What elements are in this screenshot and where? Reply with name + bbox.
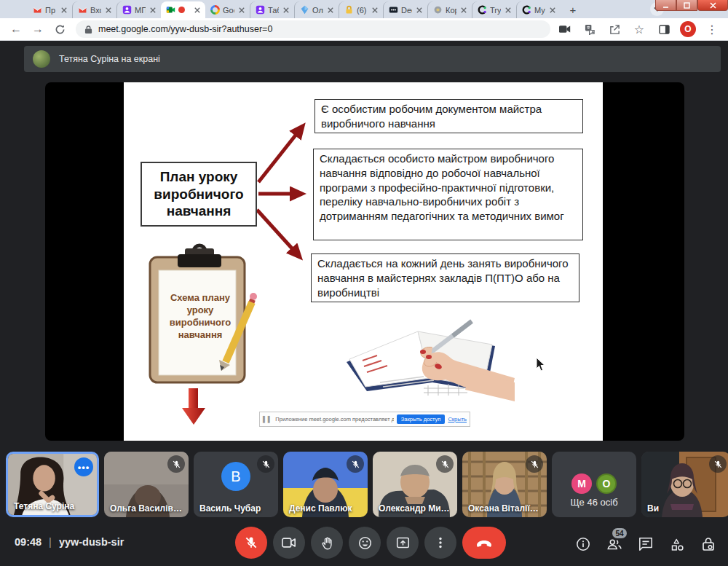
more-options-button[interactable] (424, 527, 456, 559)
activities-icon[interactable] (668, 535, 687, 554)
participant-tile-vasyl[interactable]: B Василь Чубар (194, 452, 278, 517)
participant-tile-you[interactable]: Ви (641, 452, 728, 517)
presenter-avatar (33, 50, 50, 68)
translate-icon[interactable] (581, 20, 598, 38)
participant-name: Василь Чубар (199, 503, 261, 514)
window-minimize-button[interactable] (655, 0, 676, 11)
participant-name: Ольга Василів… (110, 503, 182, 514)
tab-tabe[interactable]: Табе (250, 1, 294, 18)
tab-kor[interactable]: Кор (427, 1, 472, 18)
share-icon[interactable] (606, 20, 623, 38)
tab-close-icon[interactable] (282, 6, 290, 15)
present-screen-button[interactable] (387, 527, 419, 559)
share-notice-text: Приложение meet.google.com предоставляет… (275, 416, 393, 422)
tab-title: Вхо (90, 6, 101, 15)
participants-panel-icon[interactable]: 54 (605, 535, 624, 554)
tab-tryf[interactable]: Tryf (472, 1, 516, 18)
overflow-avatars: M O (571, 473, 617, 494)
meeting-code: yyw-dusb-sir (59, 536, 124, 548)
recording-indicator-icon (178, 7, 185, 13)
camera-button[interactable] (273, 527, 305, 559)
lesson-plan-main-box: План уроку виробничого навчання (141, 162, 257, 227)
forward-icon[interactable]: → (29, 20, 47, 38)
participant-tile-oleksandr[interactable]: Олександр Ми… (373, 452, 457, 517)
tab-google[interactable]: Goo (205, 1, 250, 18)
tab-mp[interactable]: МП (116, 1, 161, 18)
definition-box-1: Є особистим робочим документом майстра в… (314, 99, 583, 133)
hide-notice-link[interactable]: Скрыть (448, 416, 467, 422)
participant-tile-oksana[interactable]: Оксана Віталії… (462, 452, 547, 517)
dark-app-icon (389, 5, 398, 15)
reload-icon[interactable] (51, 20, 68, 38)
meet-app: Тетяна Суріна на екрані План уроку вироб… (0, 42, 728, 566)
tile-menu-button[interactable]: ••• (74, 457, 93, 476)
tab-title: (6) М (357, 6, 368, 15)
back-icon[interactable]: ← (7, 20, 25, 38)
mic-off-icon (347, 455, 364, 473)
new-tab-button[interactable]: + (565, 1, 581, 17)
gmail-icon (78, 5, 87, 15)
participant-name: Олександр Ми… (379, 503, 450, 514)
browser-menu-icon[interactable]: ⋮ (703, 20, 721, 38)
participant-tile-denys[interactable]: Денис Павлюк (283, 452, 368, 517)
window-close-button[interactable] (697, 0, 728, 11)
tab-close-icon[interactable] (459, 6, 468, 15)
clock-time: 09:48 (15, 536, 41, 548)
tab-gmail-1[interactable]: Пр (28, 1, 72, 18)
tab-close-icon[interactable] (149, 6, 157, 15)
camera-in-use-icon[interactable] (556, 20, 574, 38)
gray-app-icon (433, 5, 443, 15)
tab-close-icon[interactable] (237, 6, 246, 15)
participant-name: Денис Павлюк (289, 503, 352, 514)
reactions-button[interactable] (349, 527, 381, 559)
tab-close-icon[interactable] (326, 6, 335, 15)
participant-initial-avatar: B (221, 462, 250, 491)
participant-tile-more[interactable]: M O Ще 46 осіб (552, 452, 636, 517)
screen-share-notice: ▌▌ Приложение meet.google.com предоставл… (259, 412, 470, 427)
clipboard-caption: Схема плану уроку виробничого навчання (162, 292, 239, 342)
tab-mail6[interactable]: (6) М (339, 1, 383, 18)
tab-title: Оле (312, 6, 323, 15)
mic-off-icon (709, 455, 727, 473)
mouse-cursor (536, 358, 546, 372)
mic-off-icon (436, 455, 454, 473)
url-text: meet.google.com/yyw-dusb-sir?authuser=0 (98, 24, 272, 34)
tab-dee[interactable]: Dee (383, 1, 427, 18)
tab-close-icon[interactable] (415, 6, 424, 15)
end-call-button[interactable] (462, 527, 506, 559)
tab-meet-active[interactable] (161, 1, 205, 18)
meeting-details-icon[interactable] (574, 535, 593, 554)
raise-hand-button[interactable] (311, 527, 343, 559)
tab-close-icon[interactable] (548, 6, 557, 15)
participant-tile-tetyana[interactable]: ••• Тетяна Суріна (6, 452, 99, 517)
definition-box-3: Складається на кожний день занять виробн… (311, 253, 579, 302)
participant-name: Оксана Віталії… (468, 503, 539, 514)
window-maximize-button[interactable] (676, 0, 697, 11)
presenting-banner: Тетяна Суріна на екрані (24, 46, 721, 72)
tab-gmail-2[interactable]: Вхо (72, 1, 116, 18)
tab-close-icon[interactable] (504, 6, 513, 15)
tab-ole[interactable]: Оле (294, 1, 339, 18)
google-icon (210, 5, 220, 15)
address-bar[interactable]: meet.google.com/yyw-dusb-sir?authuser=0 (76, 20, 550, 38)
stop-sharing-button[interactable]: Закрыть доступ (397, 414, 446, 424)
down-arrow (181, 388, 207, 426)
tab-myk[interactable]: Myk (516, 1, 561, 18)
side-panel-icon[interactable] (655, 20, 673, 38)
meet-control-bar: 09:48 | yyw-dusb-sir (0, 519, 728, 566)
tab-close-icon[interactable] (193, 6, 202, 15)
tab-close-icon[interactable] (104, 6, 113, 15)
profile-avatar[interactable]: O (680, 21, 696, 37)
presenting-banner-text: Тетяна Суріна на екрані (59, 54, 160, 64)
tab-title: Кор (446, 6, 456, 15)
notebook-hand-illustration (336, 315, 515, 410)
chat-panel-icon[interactable] (636, 535, 655, 554)
bookmark-star-icon[interactable]: ☆ (630, 20, 648, 38)
tab-close-icon[interactable] (371, 6, 379, 15)
participant-tile-olha[interactable]: Ольга Василів… (104, 452, 189, 517)
gmail-icon (33, 5, 42, 15)
tab-close-icon[interactable] (60, 6, 68, 15)
participant-name: Ви (647, 503, 659, 514)
mic-mute-button[interactable] (235, 527, 267, 559)
host-controls-icon[interactable] (699, 535, 718, 554)
